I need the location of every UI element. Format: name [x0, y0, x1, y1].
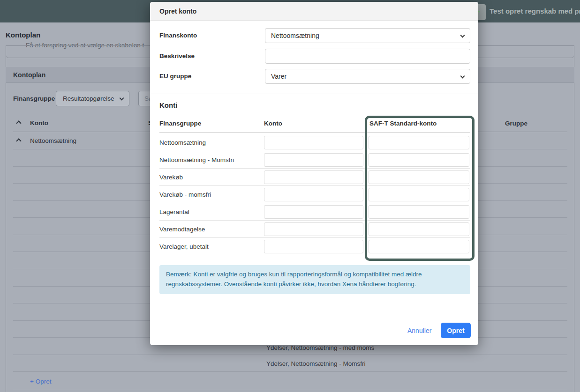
konto-input[interactable] — [264, 205, 363, 219]
saft-konto-input[interactable] — [369, 222, 469, 236]
chevron-down-icon — [120, 96, 124, 101]
konti-row: Varekøb - momsfri — [159, 186, 470, 203]
page-title: Kontoplan — [6, 31, 40, 39]
konto-input[interactable] — [264, 170, 363, 184]
konti-row-label: Varekøb — [159, 169, 183, 186]
beskrivelse-input[interactable] — [271, 49, 464, 63]
konti-row: Varekøb — [159, 169, 470, 186]
konti-row: Nettoomsætning — [159, 134, 470, 151]
finansgruppe-select[interactable]: Resultatopgørelse — [56, 91, 129, 106]
chevron-down-icon — [460, 33, 465, 38]
create-button[interactable]: Opret — [441, 323, 471, 338]
fiscal-name-label: Test opret regnskab med pr... — [490, 0, 580, 22]
column-header-konto[interactable]: Konto — [30, 119, 48, 126]
opret-konto-modal: Opret konto Finanskonto Nettoomsætning B… — [150, 2, 478, 345]
table-row[interactable]: Ydelser, Nettoomsætning - Momsfri — [266, 360, 366, 367]
konti-row-label: Varekøb - momsfri — [159, 186, 211, 203]
eu-gruppe-select-value: Varer — [271, 73, 286, 80]
konti-row: Nettoomsætning - Momsfri — [159, 151, 470, 169]
konti-column-konto: Konto — [264, 120, 282, 127]
konti-column-finansgruppe: Finansgruppe — [159, 120, 201, 127]
modal-header — [150, 2, 478, 21]
saft-konto-input[interactable] — [369, 205, 469, 219]
create-account-link[interactable]: + Opret — [30, 378, 51, 385]
kontoplan-panel-title: Kontoplan — [13, 71, 45, 79]
konto-input[interactable] — [264, 188, 363, 201]
note-box: Bemærk: Konti er valgfrie og bruges kun … — [159, 265, 470, 294]
saft-konto-input[interactable] — [369, 240, 469, 253]
chevron-down-icon — [460, 74, 465, 79]
cancel-button[interactable]: Annuller — [407, 327, 431, 334]
konti-row: Varelager, ubetalt — [159, 238, 470, 255]
konti-row-label: Nettoomsætning - Momsfri — [159, 151, 234, 169]
finanskonto-label: Finanskonto — [159, 28, 197, 43]
column-header-gruppe[interactable]: Gruppe — [505, 120, 527, 127]
finansgruppe-filter-label: Finansgruppe — [13, 95, 55, 102]
konti-column-saft: SAF-T Standard-konto — [369, 120, 437, 127]
finanskonto-select-value: Nettoomsætning — [271, 32, 319, 39]
beskrivelse-label: Beskrivelse — [159, 49, 195, 64]
konti-row-label: Varemodtagelse — [159, 221, 205, 238]
table-row[interactable]: Ydelser, Nettoomsætning - med moms — [266, 344, 374, 351]
saft-konto-input[interactable] — [369, 170, 469, 184]
row-divider — [13, 389, 567, 389]
saft-konto-input[interactable] — [369, 136, 469, 149]
search-input[interactable]: Søg — [138, 91, 151, 106]
eu-gruppe-label: EU gruppe — [159, 69, 191, 84]
konti-row-label: Varelager, ubetalt — [159, 238, 209, 255]
konto-input[interactable] — [264, 222, 363, 236]
finanskonto-select[interactable]: Nettoomsætning — [265, 28, 470, 43]
row-divider — [13, 371, 567, 372]
konti-header-divider — [159, 132, 470, 133]
konti-section-heading: Konti — [159, 101, 177, 109]
section-divider — [150, 94, 478, 94]
beskrivelse-field-wrap — [265, 49, 470, 64]
konti-row-label: Lagerantal — [159, 203, 189, 221]
saft-konto-input[interactable] — [369, 188, 469, 201]
konto-input[interactable] — [264, 240, 363, 253]
app-screen: ↑ Test opret regnskab med pr... Kontopla… — [0, 0, 580, 392]
modal-title: Opret konto — [159, 7, 196, 15]
konti-row-label: Nettoomsætning — [159, 134, 206, 151]
konto-input[interactable] — [264, 136, 363, 149]
finansgruppe-select-value: Resultatopgørelse — [63, 95, 114, 102]
konto-input[interactable] — [264, 153, 363, 167]
group-row-nettoomsaetning[interactable]: Nettoomsætning — [30, 137, 76, 144]
eu-gruppe-select[interactable]: Varer — [265, 69, 470, 84]
konti-row: Varemodtagelse — [159, 221, 470, 238]
saft-konto-input[interactable] — [369, 153, 469, 167]
konti-row: Lagerantal — [159, 203, 470, 221]
row-divider — [13, 355, 567, 355]
